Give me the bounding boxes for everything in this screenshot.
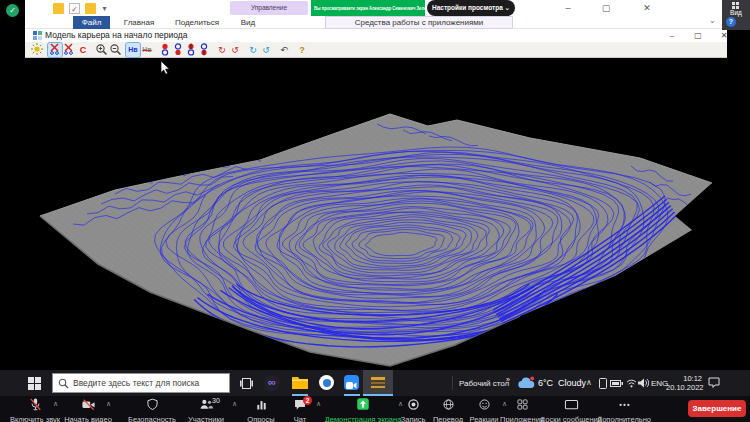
app-titlebar[interactable]: Модель карьера на начало периода – ▢ ✕ (25, 29, 727, 42)
app-window-title: Модель карьера на начало периода (45, 29, 188, 42)
weather-condition[interactable]: Cloudy (558, 378, 586, 388)
weather-temp[interactable]: 6°C (538, 378, 553, 388)
close-icon[interactable]: ✕ (634, 1, 660, 15)
undo-icon[interactable]: ↶ (277, 43, 291, 57)
task-view-button[interactable] (240, 377, 253, 390)
view-options-button[interactable]: Настройки просмотра ⌄ (427, 0, 515, 16)
more-dots-icon (617, 398, 632, 411)
active-app-button[interactable] (363, 370, 393, 396)
clock-date: 20.10.2022 (666, 383, 702, 392)
view-front-icon[interactable] (184, 43, 198, 57)
desktop-peek-label[interactable]: Рабочий стол (459, 379, 509, 388)
left-strip: ✓ (0, 0, 25, 370)
tab-app-tools[interactable]: Средства работы с приложениями (325, 16, 513, 29)
ribbon-help-icon[interactable]: ? (726, 17, 736, 27)
view-bottom-icon[interactable] (171, 43, 185, 57)
app-restore-icon[interactable]: ▢ (687, 29, 709, 42)
zoom-out-icon[interactable] (108, 43, 122, 57)
shield-check-icon[interactable]: ✓ (6, 4, 19, 17)
app-toolbar: C Нв Нв ↻ ↺ ↻ ↺ ↶ ? (25, 42, 727, 58)
view-back-icon[interactable] (197, 43, 211, 57)
desktop-peek-chevron: » (506, 376, 510, 383)
model-viewport[interactable] (25, 58, 727, 370)
taskbar-search-input[interactable]: Введите здесь текст для поиска (52, 373, 230, 393)
zoom-app-icon[interactable] (344, 375, 359, 390)
zoom-in-icon[interactable] (94, 43, 108, 57)
tab-share[interactable]: Поделиться (167, 16, 227, 29)
shield-icon (146, 398, 159, 411)
search-placeholder: Введите здесь текст для поиска (73, 378, 199, 388)
whiteboard-icon (564, 398, 579, 411)
clock-time: 10:12 (666, 374, 702, 383)
rotate-cw-blue-icon[interactable]: ↻ (246, 43, 260, 57)
start-button[interactable] (28, 377, 41, 390)
view-top-icon[interactable] (158, 43, 172, 57)
app-loop-icon[interactable]: ∞ (264, 375, 280, 391)
action-center-icon[interactable] (708, 377, 720, 389)
qat-customize-dropdown-icon[interactable]: ▾ (99, 3, 110, 14)
qat-folder-icon[interactable] (85, 3, 96, 14)
ribbon-tabs: Файл Главная Поделиться Вид Средства раб… (25, 16, 727, 29)
ribbon-chrome: ✓ ▾ Управление Вы просматриваете экран А… (25, 0, 727, 58)
tray-expand-icon[interactable]: ∧ (586, 376, 592, 389)
weather-cloud-icon[interactable] (518, 376, 535, 389)
restore-icon[interactable]: ▢ (593, 1, 619, 15)
video-muted-icon (81, 398, 96, 411)
tab-view[interactable]: Вид (231, 16, 265, 29)
speaker-icon[interactable] (638, 378, 649, 388)
viewer-view-label: Вид (722, 9, 750, 16)
contours-c-icon[interactable]: C (76, 43, 90, 57)
right-strip (727, 0, 750, 370)
app-circle-icon[interactable] (319, 375, 334, 390)
clip-boundary-icon[interactable] (62, 43, 76, 57)
ribbon-collapse-icon[interactable]: ⌄ (709, 16, 716, 25)
terrain-model (25, 58, 727, 370)
meeting-control-bar: Включить звук ∧ Начать видео ∧ Безопасно… (0, 396, 750, 422)
grid-icon (732, 2, 740, 9)
app-minimize-icon[interactable]: – (661, 29, 683, 42)
wifi-icon[interactable] (626, 378, 637, 388)
elevation-labels-off-icon[interactable]: Нв (140, 43, 154, 57)
screen: ✓ ✓ ▾ Управление Вы просматриваете экран… (0, 0, 750, 422)
mouse-cursor (161, 61, 172, 75)
viewer-view-button[interactable]: Вид (722, 0, 750, 30)
windows-taskbar: Введите здесь текст для поиска ∞ Рабочий… (0, 370, 750, 396)
rotate-cw-red-icon[interactable]: ↻ (215, 43, 229, 57)
qat-checklist-icon[interactable]: ✓ (69, 3, 80, 14)
microphone-muted-icon (28, 398, 43, 411)
display-settings-sun-icon[interactable] (30, 43, 44, 57)
search-icon (58, 378, 69, 389)
minimize-icon[interactable]: – (555, 1, 581, 15)
viewing-screen-banner: Вы просматриваете экран Александр Семено… (311, 0, 425, 16)
rotate-ccw-blue-icon[interactable]: ↺ (259, 43, 273, 57)
tray-device-icon[interactable] (598, 378, 608, 389)
end-meeting-button[interactable]: Завершение (688, 400, 746, 417)
tab-file[interactable]: Файл (73, 16, 110, 29)
clip-boundary-active-icon[interactable] (48, 43, 62, 57)
rotate-ccw-red-icon[interactable]: ↺ (228, 43, 242, 57)
control-tab-group: Управление (230, 1, 308, 15)
tab-home[interactable]: Главная (115, 16, 163, 29)
more-button[interactable]: Дополнительно (579, 397, 669, 422)
clock[interactable]: 10:12 20.10.2022 (666, 374, 702, 392)
file-explorer-icon[interactable] (292, 376, 308, 389)
chat-unread-badge: 2 (303, 396, 312, 405)
battery-icon[interactable] (610, 380, 623, 387)
taskbar-divider (452, 376, 453, 390)
help-icon[interactable]: ? (295, 43, 309, 57)
app-icon (33, 31, 42, 40)
qat-app-icon[interactable] (53, 3, 64, 14)
elevation-labels-on-icon[interactable]: Нв (126, 43, 140, 57)
